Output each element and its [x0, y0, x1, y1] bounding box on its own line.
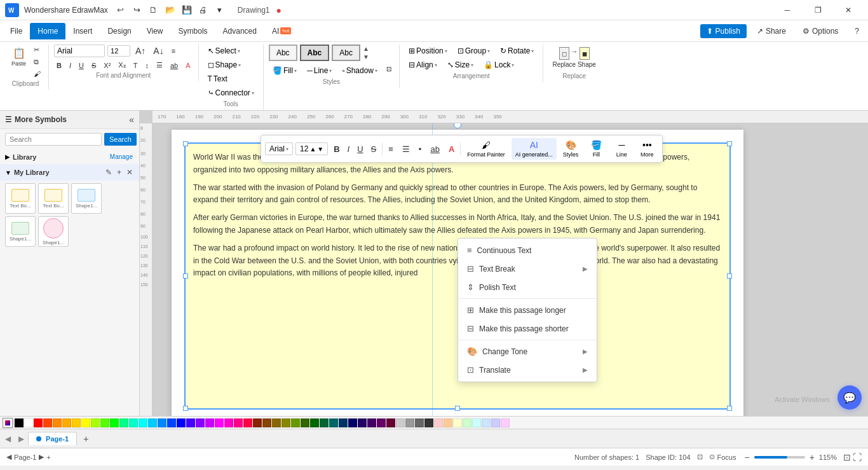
- color-swatch[interactable]: [262, 418, 271, 427]
- ft-align-button[interactable]: ≡: [385, 142, 397, 156]
- menu-view[interactable]: View: [139, 23, 171, 39]
- open-button[interactable]: 📂: [163, 3, 178, 18]
- color-swatch[interactable]: [15, 418, 24, 427]
- color-swatch[interactable]: [110, 418, 119, 427]
- color-swatch[interactable]: [43, 418, 52, 427]
- color-swatch[interactable]: [72, 418, 81, 427]
- color-swatch[interactable]: [186, 418, 195, 427]
- sidebar-search-input[interactable]: [5, 133, 102, 146]
- styles-expand-button[interactable]: ⊡: [384, 64, 394, 77]
- menu-home[interactable]: Home: [30, 23, 65, 39]
- zoom-in-button[interactable]: +: [808, 452, 817, 462]
- cut-button[interactable]: ✂: [31, 45, 43, 55]
- ft-font-selector[interactable]: Arial ▾: [265, 142, 293, 155]
- add-page-button[interactable]: +: [46, 453, 50, 461]
- color-swatch[interactable]: [234, 418, 243, 427]
- handle-bl[interactable]: [183, 406, 188, 411]
- ctx-longer[interactable]: ⊞ Make this passage longer: [458, 301, 597, 319]
- ft-underline2-button[interactable]: ab: [427, 142, 442, 156]
- handle-ml[interactable]: [183, 273, 188, 279]
- copy-button[interactable]: ⧉: [31, 57, 43, 67]
- color-swatch[interactable]: [148, 418, 157, 427]
- ctx-text-break[interactable]: ⊟ Text Break ▶: [458, 259, 597, 278]
- close-button[interactable]: ✕: [834, 0, 863, 20]
- color-picker-button[interactable]: [3, 418, 13, 428]
- color-swatch[interactable]: [463, 418, 471, 427]
- color-swatch[interactable]: [34, 418, 43, 427]
- minimize-button[interactable]: ─: [773, 0, 802, 20]
- new-button[interactable]: 🗋: [146, 3, 161, 18]
- undo-button[interactable]: ↩: [113, 3, 128, 18]
- ft-italic-button[interactable]: I: [344, 142, 353, 156]
- format-painter-button[interactable]: 🖌: [31, 69, 43, 79]
- color-swatch[interactable]: [386, 418, 395, 427]
- rotate-handle[interactable]: [454, 123, 461, 128]
- color-swatch[interactable]: [320, 418, 329, 427]
- ctx-polish-text[interactable]: ⇕ Polish Text: [458, 278, 597, 296]
- color-swatch[interactable]: [329, 418, 338, 427]
- ft-line-button[interactable]: ─ Line: [610, 138, 633, 160]
- zoom-slider[interactable]: [754, 456, 805, 459]
- restore-button[interactable]: ❐: [803, 0, 832, 20]
- color-swatch[interactable]: [339, 418, 348, 427]
- my-library-close-icon[interactable]: ✕: [125, 167, 134, 178]
- styles-scroll-up[interactable]: ▲: [363, 45, 369, 52]
- page-back-button[interactable]: ◀: [6, 453, 11, 461]
- style-abc-3[interactable]: Abc: [332, 45, 360, 61]
- subscript-button[interactable]: X₂: [116, 60, 128, 71]
- color-swatch[interactable]: [205, 418, 214, 427]
- color-swatch[interactable]: [482, 418, 491, 427]
- color-swatch[interactable]: [310, 418, 319, 427]
- menu-file[interactable]: File: [3, 23, 30, 39]
- my-library-edit-icon[interactable]: ✎: [104, 167, 113, 178]
- ft-size-selector[interactable]: 12 ▲ ▼: [295, 142, 328, 155]
- handle-bc[interactable]: [455, 406, 460, 411]
- color-swatch[interactable]: [491, 418, 500, 427]
- bullet-list-button[interactable]: ☰: [154, 60, 165, 71]
- thumb-shape-2[interactable]: Shape1...: [5, 216, 36, 247]
- color-swatch[interactable]: [396, 418, 405, 427]
- font-size-selector[interactable]: 12: [107, 45, 130, 57]
- shadow-dropdown[interactable]: ▫ Shadow ▾: [338, 64, 381, 77]
- color-swatch[interactable]: [243, 418, 252, 427]
- font-grow-button[interactable]: A↑: [133, 45, 148, 57]
- handle-tl[interactable]: [183, 141, 188, 146]
- color-swatch[interactable]: [415, 418, 424, 427]
- ft-color-button[interactable]: A: [445, 142, 458, 156]
- color-swatch[interactable]: [24, 418, 33, 427]
- share-button[interactable]: ↗ Share: [750, 24, 792, 38]
- ctx-continuous-text[interactable]: ≡ Continuous Text: [458, 241, 597, 259]
- color-swatch[interactable]: [167, 418, 176, 427]
- help-button[interactable]: ?: [848, 24, 865, 38]
- color-swatch[interactable]: [196, 418, 205, 427]
- paste-button[interactable]: 📋 Paste: [8, 45, 30, 69]
- color-swatch[interactable]: [177, 418, 186, 427]
- color-swatch[interactable]: [253, 418, 262, 427]
- connector-dropdown[interactable]: ⤷ Connector ▾: [204, 86, 258, 99]
- rotate-dropdown[interactable]: ↻ Rotate ▾: [496, 45, 538, 57]
- color-swatch[interactable]: [119, 418, 128, 427]
- align-dropdown[interactable]: ⊟ Align ▾: [405, 59, 441, 71]
- thumb-shape-3[interactable]: Shape1...: [38, 216, 69, 247]
- color-swatch[interactable]: [358, 418, 367, 427]
- ft-fill-button[interactable]: 🪣 Fill: [585, 138, 607, 160]
- ft-list-button[interactable]: ☰: [399, 142, 413, 156]
- color-swatch[interactable]: [139, 418, 147, 427]
- styles-scroll-down[interactable]: ▼: [363, 53, 369, 60]
- font-name-selector[interactable]: Arial: [54, 45, 105, 57]
- redo-button[interactable]: ↪: [130, 3, 145, 18]
- menu-symbols[interactable]: Symbols: [171, 23, 215, 39]
- position-dropdown[interactable]: ⊞ Position ▾: [405, 45, 451, 57]
- color-swatch[interactable]: [453, 418, 462, 427]
- underline-button[interactable]: U: [76, 60, 86, 71]
- menu-ai[interactable]: AI hot: [264, 23, 299, 39]
- menu-advanced[interactable]: Advanced: [215, 23, 264, 39]
- select-dropdown[interactable]: ↖ Select ▾: [204, 45, 258, 57]
- focus-button[interactable]: ⊙ Focus: [709, 453, 736, 461]
- tab-scroll-right[interactable]: ▶: [16, 433, 27, 445]
- layers-button[interactable]: ⊡: [697, 453, 703, 461]
- font-color-button[interactable]: A: [183, 60, 193, 71]
- color-swatch[interactable]: [405, 418, 414, 427]
- color-swatch[interactable]: [348, 418, 357, 427]
- handle-tr[interactable]: [727, 141, 732, 146]
